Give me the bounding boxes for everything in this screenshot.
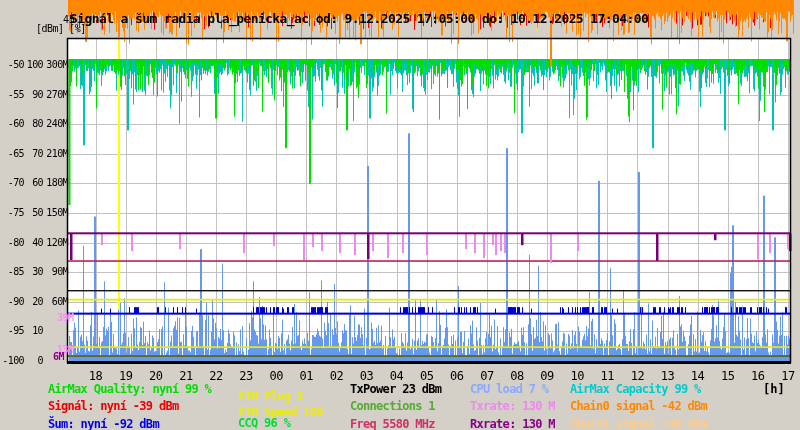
legend-txrate: Txrate: 130 M <box>470 399 555 413</box>
left-tick-row: -50100300M <box>0 59 68 71</box>
hour-tick-label: 20 <box>143 369 169 383</box>
extra-rate-tick: 6M <box>53 351 64 362</box>
hour-tick-label: 15 <box>715 369 741 383</box>
tick-label-pct: 50 <box>24 207 43 219</box>
hour-tick-label: 16 <box>745 369 771 383</box>
tick-label-dbm: -65 <box>0 148 24 160</box>
left-tick-row: -5590270M <box>0 89 68 101</box>
tick-label-rate: 240M <box>43 118 68 130</box>
hour-tick-label: 04 <box>384 369 410 383</box>
hour-tick-label: 09 <box>534 369 560 383</box>
hour-tick-label: 01 <box>293 369 319 383</box>
legend-freq: Freq 5580 MHz <box>350 417 435 430</box>
hour-tick-label: 22 <box>203 369 229 383</box>
tick-label-pct: 60 <box>24 177 43 189</box>
tick-label-dbm: -55 <box>0 89 24 101</box>
hour-tick-label: 02 <box>323 369 349 383</box>
legend-chain1-signal: Chain1 signal -40 dBm <box>570 417 707 430</box>
tick-label-pct: 90 <box>24 89 43 101</box>
tick-label-dbm: -50 <box>0 59 24 71</box>
hour-tick-label: 13 <box>655 369 681 383</box>
tick-label-pct: 30 <box>24 266 43 278</box>
tick-label-pct: 100 <box>24 59 43 71</box>
tick-label-rate: 180M <box>43 177 68 189</box>
legend-eth-plug: ETH Plug 1 <box>238 389 303 403</box>
left-tick-row: -8040120M <box>0 237 68 249</box>
tick-label-rate: 90M <box>43 266 68 278</box>
left-tick-row: -902060M <box>0 296 68 308</box>
tick-label-pct: 20 <box>24 296 43 308</box>
tick-label-pct: 10 <box>24 325 43 337</box>
tick-label-pct: 80 <box>24 118 43 130</box>
radio-stats-page: Signál a šum radia pla_penicka_ac od: 9.… <box>0 0 800 430</box>
hour-tick-label: 00 <box>263 369 289 383</box>
hour-tick-label: 18 <box>83 369 109 383</box>
legend-txpower: TxPower 23 dBm <box>350 382 441 396</box>
tick-label-rate: 60M <box>43 296 68 308</box>
hour-tick-label: 19 <box>113 369 139 383</box>
hour-tick-label: 06 <box>444 369 470 383</box>
tick-label-dbm: -80 <box>0 237 24 249</box>
left-tick-row: -853090M <box>0 266 68 278</box>
signal-noise-chart-canvas <box>0 0 800 430</box>
tick-label-pct: 0 <box>24 355 43 367</box>
tick-label-dbm: -75 <box>0 207 24 219</box>
tick-label-dbm: -100 <box>0 355 24 367</box>
legend-cpu-load: CPU load 7 % <box>470 382 548 396</box>
legend-noise: Šum: nyní -92 dBm <box>48 417 159 430</box>
tick-label-dbm: -70 <box>0 177 24 189</box>
hour-tick-label: 05 <box>414 369 440 383</box>
hour-tick-label: 21 <box>173 369 199 383</box>
left-tick-row: -7060180M <box>0 177 68 189</box>
hour-tick-label: 07 <box>474 369 500 383</box>
legend-rxrate: Rxrate: 130 M <box>470 417 555 430</box>
legend-signal: Signál: nyní -39 dBm <box>48 399 179 413</box>
tick-label-rate: 120M <box>43 237 68 249</box>
tick-label-dbm: -95 <box>0 325 24 337</box>
tick-label-dbm: -85 <box>0 266 24 278</box>
left-tick-row: -6570210M <box>0 148 68 160</box>
tick-label-rate: 270M <box>43 89 68 101</box>
legend-airmax-capacity: AirMax Capacity 99 % <box>570 382 701 396</box>
hour-tick-label: 03 <box>354 369 380 383</box>
hour-tick-label: 17 <box>775 369 800 383</box>
left-tick-row: -9510 <box>0 325 68 337</box>
hour-tick-label: 10 <box>564 369 590 383</box>
tick-label-pct: 70 <box>24 148 43 160</box>
hour-tick-label: 08 <box>504 369 530 383</box>
tick-label-pct: 40 <box>24 237 43 249</box>
tick-label-rate: 150M <box>43 207 68 219</box>
hour-tick-label: 14 <box>685 369 711 383</box>
tick-label-rate: 300M <box>43 59 68 71</box>
hour-tick-label: 23 <box>233 369 259 383</box>
legend-chain0-signal: Chain0 signal -42 dBm <box>570 399 707 413</box>
tick-label-rate: 210M <box>43 148 68 160</box>
legend-connections: Connections 1 <box>350 399 435 413</box>
legend-airmax-quality: AirMax Quality: nyní 99 % <box>48 382 211 396</box>
legend-ccq: CCQ 96 % <box>238 416 290 430</box>
left-tick-row: -7550150M <box>0 207 68 219</box>
hour-unit-label: [h] <box>763 382 785 396</box>
left-tick-row: -6080240M <box>0 118 68 130</box>
extra-rate-tick: 39M <box>57 312 74 323</box>
hour-tick-label: 11 <box>594 369 620 383</box>
chart-title: Signál a šum radia pla_penicka_ac od: 9.… <box>70 11 648 26</box>
tick-label-dbm: -90 <box>0 296 24 308</box>
hour-tick-label: 12 <box>624 369 650 383</box>
tick-label-dbm: -60 <box>0 118 24 130</box>
tick-label-rate <box>43 325 68 337</box>
